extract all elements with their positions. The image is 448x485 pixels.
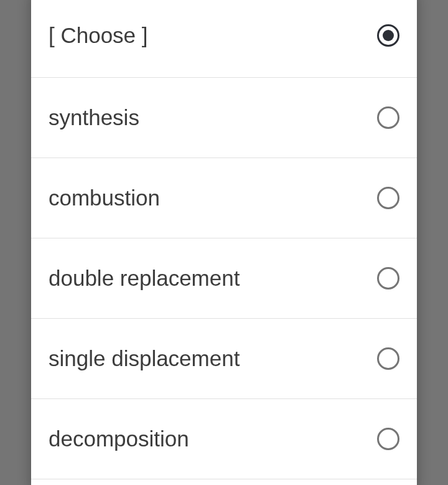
option-choose[interactable]: [ Choose ] (31, 0, 417, 78)
option-label: decomposition (49, 426, 189, 451)
radio-unselected-icon (377, 187, 399, 209)
option-single-displacement[interactable]: single displacement (31, 319, 417, 399)
radio-unselected-icon (377, 267, 399, 290)
option-double-replacement[interactable]: double replacement (31, 238, 417, 319)
option-label: [ Choose ] (49, 23, 148, 48)
radio-unselected-icon (377, 428, 399, 450)
radio-unselected-icon (377, 106, 399, 129)
option-decomposition[interactable]: decomposition (31, 399, 417, 479)
option-label: combustion (49, 186, 160, 210)
option-synthesis[interactable]: synthesis (31, 78, 417, 158)
option-label: synthesis (49, 105, 139, 130)
option-combustion[interactable]: combustion (31, 158, 417, 238)
radio-selected-icon (377, 24, 399, 47)
option-label: single displacement (49, 346, 240, 371)
options-modal: [ Choose ] synthesis combustion double r… (31, 0, 417, 485)
option-label: double replacement (49, 266, 240, 291)
radio-unselected-icon (377, 347, 399, 370)
